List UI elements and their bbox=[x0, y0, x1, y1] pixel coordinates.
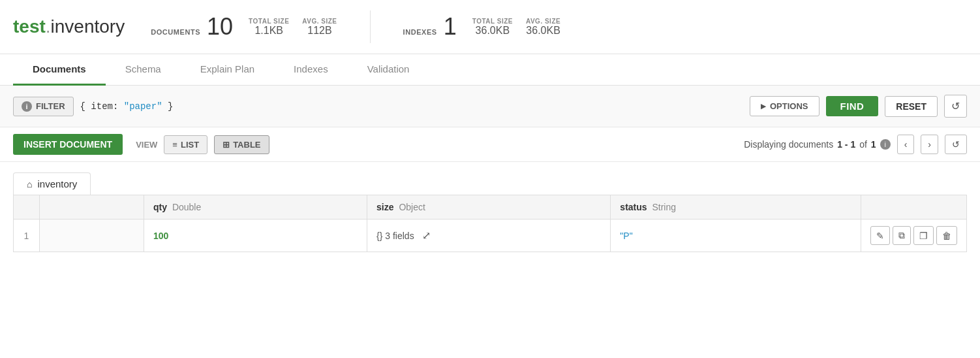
total-size-docs: TOTAL SIZE 1.1KB bbox=[249, 18, 289, 37]
delete-button[interactable]: 🗑 bbox=[936, 226, 957, 245]
documents-stats: DOCUMENTS 10 TOTAL SIZE 1.1KB AVG. SIZE … bbox=[151, 15, 337, 39]
list-icon: ≡ bbox=[172, 140, 177, 150]
tab-validation[interactable]: Validation bbox=[348, 54, 429, 86]
th-id bbox=[40, 195, 144, 220]
data-table: qty Double size Object status String 1 bbox=[13, 195, 967, 252]
collection-tab: ⌂ inventory bbox=[13, 172, 91, 195]
qty-field-name: qty bbox=[153, 202, 167, 212]
th-status: status String bbox=[611, 195, 861, 220]
indexes-label: INDEXES bbox=[403, 28, 437, 36]
reload-button[interactable]: ↺ bbox=[945, 135, 967, 154]
view-label: VIEW bbox=[136, 140, 157, 150]
th-row-num bbox=[14, 195, 40, 220]
list-label: LIST bbox=[181, 140, 199, 150]
copy-button[interactable]: ❐ bbox=[913, 226, 934, 245]
filter-bar: i FILTER { item: "paper" } ▶ OPTIONS FIN… bbox=[0, 86, 980, 127]
filter-query-prefix: { item: bbox=[80, 101, 124, 112]
documents-count-group: DOCUMENTS 10 bbox=[151, 15, 233, 39]
table-view-button[interactable]: ⊞ TABLE bbox=[214, 135, 269, 154]
insert-document-button[interactable]: INSERT DOCUMENT bbox=[13, 134, 123, 155]
filter-button[interactable]: i FILTER bbox=[13, 97, 74, 116]
status-field-name: status bbox=[620, 202, 647, 212]
document-toolbar: INSERT DOCUMENT VIEW ≡ LIST ⊞ TABLE Disp… bbox=[0, 127, 980, 162]
row-id bbox=[40, 220, 144, 252]
display-info: Displaying documents 1 - 1 of 1 i bbox=[744, 139, 890, 150]
qty-value: 100 bbox=[153, 231, 168, 241]
table-icon: ⊞ bbox=[222, 140, 230, 150]
edit-button[interactable]: ✎ bbox=[870, 226, 890, 245]
row-number: 1 bbox=[14, 220, 40, 252]
expand-icon[interactable]: ⤢ bbox=[422, 229, 431, 242]
prev-page-button[interactable]: ‹ bbox=[897, 135, 915, 154]
row-size: {} 3 fields ⤢ bbox=[367, 220, 611, 252]
tab-indexes[interactable]: Indexes bbox=[274, 54, 348, 86]
avg-size-docs: AVG. SIZE 112B bbox=[302, 18, 337, 37]
db-title: test.inventory bbox=[13, 16, 125, 37]
options-label: OPTIONS bbox=[770, 101, 808, 111]
size-field-type: Object bbox=[399, 202, 425, 212]
avg-size-idx: AVG. SIZE 36.0KB bbox=[526, 18, 560, 37]
stats-divider bbox=[370, 10, 371, 43]
total-size-docs-label: TOTAL SIZE bbox=[249, 18, 289, 25]
status-value: "P" bbox=[620, 231, 632, 241]
filter-query-display: { item: "paper" } bbox=[80, 101, 174, 112]
avg-size-idx-label: AVG. SIZE bbox=[526, 18, 560, 25]
filter-query-suffix: } bbox=[162, 101, 174, 112]
status-field-type: String bbox=[652, 202, 676, 212]
th-qty: qty Double bbox=[144, 195, 367, 220]
indexes-count: 1 bbox=[444, 15, 457, 39]
indexes-sizes: TOTAL SIZE 36.0KB AVG. SIZE 36.0KB bbox=[472, 18, 560, 37]
displaying-prefix: Displaying documents bbox=[744, 139, 833, 150]
options-triangle-icon: ▶ bbox=[761, 103, 766, 110]
collection-name: inventory bbox=[37, 178, 77, 189]
documents-sizes: TOTAL SIZE 1.1KB AVG. SIZE 112B bbox=[249, 18, 337, 37]
displaying-count: 1 bbox=[871, 139, 876, 150]
total-size-docs-value: 1.1KB bbox=[254, 25, 283, 37]
table-row: 1 100 {} 3 fields ⤢ "P" ✎ ⧉ bbox=[14, 220, 967, 252]
row-actions: ✎ ⧉ ❐ 🗑 bbox=[861, 220, 967, 252]
total-size-idx-value: 36.0KB bbox=[476, 25, 510, 37]
action-buttons: ✎ ⧉ ❐ 🗑 bbox=[870, 226, 957, 245]
displaying-of: of bbox=[859, 139, 867, 150]
refresh-button[interactable]: ↺ bbox=[944, 95, 967, 118]
th-size: size Object bbox=[367, 195, 611, 220]
avg-size-docs-value: 112B bbox=[307, 25, 331, 37]
avg-size-idx-value: 36.0KB bbox=[526, 25, 560, 37]
documents-label: DOCUMENTS bbox=[151, 28, 200, 36]
header: test.inventory DOCUMENTS 10 TOTAL SIZE 1… bbox=[0, 0, 980, 54]
tab-explain-plan[interactable]: Explain Plan bbox=[181, 54, 274, 86]
title-test: test bbox=[13, 16, 46, 37]
tab-schema[interactable]: Schema bbox=[106, 54, 181, 86]
table-area: ⌂ inventory qty Double size Object statu… bbox=[0, 162, 980, 263]
table-label: TABLE bbox=[233, 140, 260, 150]
size-field-name: size bbox=[376, 202, 393, 212]
documents-count: 10 bbox=[207, 15, 233, 39]
table-header-row: qty Double size Object status String bbox=[14, 195, 967, 220]
row-qty: 100 bbox=[144, 220, 367, 252]
filter-label: FILTER bbox=[36, 101, 65, 111]
title-inventory: inventory bbox=[51, 16, 125, 37]
house-icon: ⌂ bbox=[27, 179, 32, 189]
clone-button[interactable]: ⧉ bbox=[893, 226, 911, 245]
row-status: "P" bbox=[611, 220, 861, 252]
list-view-button[interactable]: ≡ LIST bbox=[164, 135, 207, 154]
indexes-stats: INDEXES 1 TOTAL SIZE 36.0KB AVG. SIZE 36… bbox=[403, 15, 561, 39]
qty-field-type: Double bbox=[172, 202, 201, 212]
filter-query-value: "paper" bbox=[124, 101, 162, 112]
size-value: {} 3 fields bbox=[376, 231, 414, 241]
indexes-count-group: INDEXES 1 bbox=[403, 15, 457, 39]
size-expand-wrapper: {} 3 fields ⤢ bbox=[376, 229, 601, 242]
title-dot: . bbox=[46, 16, 51, 37]
reset-button[interactable]: RESET bbox=[885, 96, 938, 117]
filter-info-icon: i bbox=[22, 101, 32, 112]
th-actions bbox=[861, 195, 967, 220]
avg-size-docs-label: AVG. SIZE bbox=[302, 18, 337, 25]
options-button[interactable]: ▶ OPTIONS bbox=[750, 96, 819, 116]
find-button[interactable]: FIND bbox=[826, 96, 879, 116]
total-size-idx-label: TOTAL SIZE bbox=[472, 18, 513, 25]
displaying-range: 1 - 1 bbox=[837, 139, 855, 150]
tab-bar: Documents Schema Explain Plan Indexes Va… bbox=[0, 54, 980, 86]
tab-documents[interactable]: Documents bbox=[13, 54, 106, 86]
next-page-button[interactable]: › bbox=[921, 135, 938, 154]
display-info-icon[interactable]: i bbox=[880, 139, 891, 150]
